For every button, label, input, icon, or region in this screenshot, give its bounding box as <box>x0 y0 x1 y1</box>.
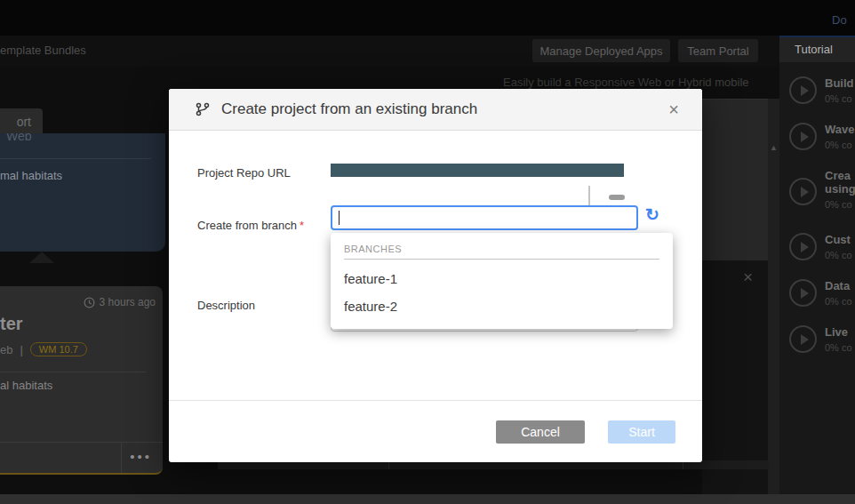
project-card[interactable]: 3 hours ago ter eb | WM 10.7 al habitats… <box>0 286 163 475</box>
repo-url-selected-text[interactable] <box>331 164 624 177</box>
card-divider <box>0 372 147 372</box>
status-bar <box>0 494 855 504</box>
branches-dropdown: BRANCHES feature-1 feature-2 <box>331 233 673 329</box>
create-project-modal: Create project from an existing branch ×… <box>169 89 702 462</box>
tutorials-sidebar: Tutorial Build 0% co Wave 0% co Crea usi… <box>779 36 855 494</box>
url-scrollbar-thumb <box>609 195 625 200</box>
background-panel <box>702 99 768 260</box>
tutorial-progress: 0% co <box>825 199 855 210</box>
tutorial-progress: 0% co <box>825 250 855 260</box>
tutorial-progress: 0% co <box>825 93 855 104</box>
text-caret <box>339 211 340 225</box>
play-triangle-icon <box>801 288 809 299</box>
play-icon[interactable] <box>789 76 817 104</box>
tutorial-item[interactable]: Live 0% co <box>779 325 855 370</box>
tutorial-item[interactable]: Build 0% co <box>779 76 855 121</box>
play-triangle-icon <box>801 132 809 142</box>
play-icon[interactable] <box>789 233 817 260</box>
card-timestamp: 3 hours ago <box>84 296 156 308</box>
branch-label-text: Create from branch <box>197 219 297 232</box>
tutorial-title: Build <box>825 76 855 90</box>
card-timestamp-text: 3 hours ago <box>100 296 156 308</box>
required-asterisk: * <box>300 219 304 232</box>
branch-label: Create from branch* <box>197 219 304 232</box>
tutorial-text: Cust 0% co <box>825 233 855 260</box>
team-portal-button[interactable]: Team Portal <box>678 39 758 62</box>
tooltip-description: mal habitats <box>0 169 62 182</box>
scrollbar[interactable]: ▲ <box>768 99 779 494</box>
play-triangle-icon <box>801 187 809 197</box>
tutorial-text: Wave 0% co <box>825 123 855 150</box>
git-branch-icon <box>196 102 210 116</box>
tooltip-platform-label: Web <box>6 133 32 143</box>
project-tooltip: Web mal habitats <box>0 133 165 252</box>
import-button[interactable]: ort <box>0 108 43 136</box>
version-badge: WM 10.7 <box>30 342 87 356</box>
tutorial-title: Wave <box>825 123 855 136</box>
tooltip-arrow <box>29 252 54 263</box>
app-screen: Do emplate Bundles Manage Deployed Apps … <box>0 0 855 504</box>
play-triangle-icon <box>801 85 809 96</box>
tooltip-divider <box>0 158 151 159</box>
tutorial-text: Live 0% co <box>825 325 855 353</box>
play-icon[interactable] <box>789 123 817 150</box>
tutorial-progress: 0% co <box>825 296 855 307</box>
branch-input[interactable] <box>331 205 638 230</box>
card-title: ter <box>0 314 23 334</box>
card-footer-divider <box>121 443 122 473</box>
tutorial-text: Data 0% co <box>825 279 855 307</box>
play-triangle-icon <box>801 242 809 252</box>
cancel-button[interactable]: Cancel <box>496 420 585 444</box>
scroll-up-arrow-icon[interactable]: ▲ <box>768 143 779 152</box>
card-footer: ••• <box>0 442 163 473</box>
card-meta: eb | WM 10.7 <box>0 342 87 356</box>
card-description: al habitats <box>0 379 52 392</box>
tutorial-text: Crea using 0% co <box>825 169 855 210</box>
template-bundles-label: emplate Bundles <box>0 44 86 57</box>
start-button[interactable]: Start <box>608 420 675 444</box>
url-scroll-cursor <box>588 186 590 207</box>
branches-dropdown-header: BRANCHES <box>331 233 673 259</box>
refresh-branches-icon[interactable]: ↻ <box>645 206 659 223</box>
play-icon[interactable] <box>789 279 817 307</box>
tutorial-text: Build 0% co <box>825 76 855 104</box>
modal-header: Create project from an existing branch × <box>169 89 702 131</box>
card-menu-dots-icon[interactable]: ••• <box>130 449 152 464</box>
tutorials-header: Tutorial <box>779 36 855 62</box>
branch-option[interactable]: feature-2 <box>331 292 673 320</box>
manage-deployed-apps-button[interactable]: Manage Deployed Apps <box>532 39 670 62</box>
play-triangle-icon <box>801 334 809 345</box>
branches-dropdown-divider <box>344 259 659 260</box>
tutorial-progress: 0% co <box>825 140 855 150</box>
branch-option[interactable]: feature-1 <box>331 265 673 292</box>
tutorial-item[interactable]: Crea using 0% co <box>779 169 855 231</box>
tutorial-item[interactable]: Data 0% co <box>779 279 855 324</box>
background-banner: × <box>702 260 768 494</box>
modal-footer: Cancel Start <box>169 400 702 462</box>
tutorial-progress: 0% co <box>825 342 855 353</box>
clock-icon <box>84 297 95 308</box>
tutorial-title: Cust <box>825 233 855 246</box>
tutorial-item[interactable]: Cust 0% co <box>779 233 855 277</box>
play-icon[interactable] <box>789 178 817 205</box>
tutorial-item[interactable]: Wave 0% co <box>779 123 855 167</box>
close-icon[interactable]: × <box>668 100 679 118</box>
top-strip <box>0 0 855 36</box>
card-platform: eb <box>0 343 12 356</box>
tutorial-title: Crea using <box>825 169 855 196</box>
repo-url-label: Project Repo URL <box>197 166 291 180</box>
tutorial-title: Live <box>825 325 855 339</box>
card-meta-separator: | <box>20 343 22 356</box>
banner-close-icon[interactable]: × <box>743 268 753 287</box>
tutorial-title: Data <box>825 279 855 292</box>
modal-title: Create project from an existing branch <box>221 100 668 118</box>
description-label: Description <box>197 299 255 312</box>
branches-list: feature-1 feature-2 <box>331 265 673 320</box>
play-icon[interactable] <box>789 325 817 353</box>
docs-link[interactable]: Do <box>832 13 847 27</box>
